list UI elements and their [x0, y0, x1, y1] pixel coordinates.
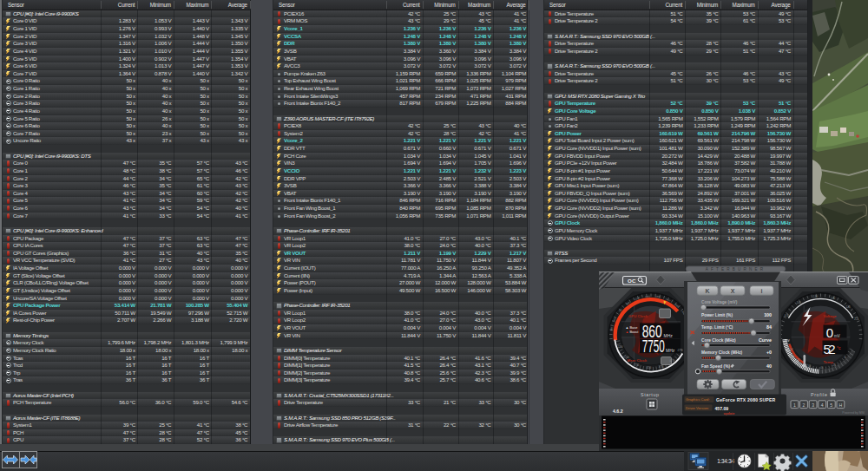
svg-text:i: i	[761, 288, 763, 294]
svg-text:Power Limit (%): Power Limit (%)	[701, 313, 733, 317]
svg-text:Temp. Limit (°C): Temp. Limit (°C)	[701, 325, 733, 330]
svg-text:7750: 7750	[642, 337, 665, 356]
svg-text:OC: OC	[628, 278, 636, 284]
svg-text:K: K	[705, 288, 709, 294]
svg-text:84: 84	[766, 324, 772, 330]
svg-text:1750: 1750	[618, 345, 623, 349]
svg-text:MHz: MHz	[664, 333, 674, 338]
svg-text:H: H	[839, 402, 843, 408]
svg-text:4.6.2: 4.6.2	[613, 409, 623, 414]
svg-text:3: 3	[812, 402, 814, 408]
svg-text:Graphics Card:: Graphics Card:	[686, 397, 710, 402]
svg-text:2750: 2750	[635, 363, 640, 367]
svg-text:0: 0	[826, 325, 833, 340]
svg-text:2: 2	[803, 402, 806, 408]
svg-text:+0: +0	[766, 350, 772, 355]
svg-text:37V: 37V	[785, 339, 791, 343]
svg-text:100: 100	[764, 312, 772, 317]
svg-text:MHz: MHz	[666, 348, 675, 353]
svg-text:1:34:34: 1:34:34	[717, 458, 734, 464]
svg-text:Mem Clock: Mem Clock	[628, 358, 648, 363]
svg-text:mV: mV	[834, 334, 840, 338]
svg-text:3250: 3250	[647, 366, 652, 370]
svg-text:1.00: 1.00	[797, 301, 802, 304]
svg-text:1.60: 1.60	[831, 297, 836, 300]
svg-text:2.25: 2.25	[854, 317, 859, 321]
svg-text:GeForce RTX 2080 SUPER: GeForce RTX 2080 SUPER	[716, 397, 776, 402]
svg-text:Core Clock (MHz): Core Clock (MHz)	[701, 338, 736, 343]
svg-text:Core Voltage (mV): Core Voltage (mV)	[701, 300, 738, 304]
svg-text:Startup: Startup	[641, 392, 660, 397]
svg-text:°c: °c	[837, 345, 841, 350]
svg-text:0.70: 0.70	[785, 314, 790, 317]
svg-text:3750: 3750	[659, 365, 664, 369]
svg-text:Fan Speed (%): Fan Speed (%)	[701, 364, 730, 369]
svg-text:40: 40	[766, 363, 772, 369]
svg-text:457.09: 457.09	[715, 406, 729, 411]
svg-text:104: 104	[789, 348, 793, 351]
svg-text:update: update	[724, 411, 736, 415]
svg-text:Memory Clock (MHz): Memory Clock (MHz)	[701, 350, 743, 355]
svg-text:GPU Clock: GPU Clock	[628, 314, 648, 318]
svg-text:Voltage: Voltage	[824, 314, 838, 318]
svg-text:1.30: 1.30	[813, 295, 819, 298]
svg-text:4750: 4750	[678, 349, 683, 352]
svg-text:1.90: 1.90	[845, 305, 851, 309]
svg-text:1: 1	[793, 402, 796, 408]
svg-text:4: 4	[821, 402, 824, 408]
svg-text:2250: 2250	[624, 356, 629, 359]
svg-text:Powered by MSI: Powered by MSI	[842, 411, 865, 415]
svg-text:X: X	[731, 288, 735, 294]
svg-text:52: 52	[824, 342, 836, 357]
svg-text:Profile: Profile	[811, 392, 827, 397]
svg-text:1300: 1300	[645, 294, 651, 298]
svg-text:4250: 4250	[669, 359, 674, 363]
svg-text:AFTERBURNER: AFTERBURNER	[706, 267, 766, 271]
svg-text:▲ Boost: ▲ Boost	[626, 330, 640, 334]
svg-text:Curve: Curve	[759, 337, 772, 343]
svg-text:5: 5	[830, 402, 832, 408]
svg-text:Driver Version:: Driver Version:	[686, 406, 709, 410]
svg-text:Temp.: Temp.	[824, 360, 834, 364]
